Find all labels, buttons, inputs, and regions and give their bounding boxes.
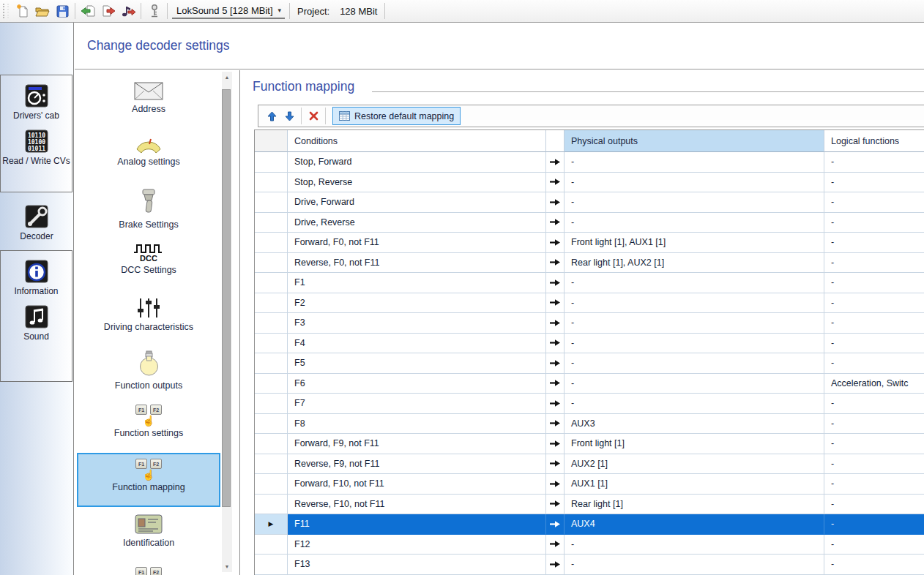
- logical-functions-cell[interactable]: Acceleration, Switc: [824, 374, 924, 394]
- row-selector-cell[interactable]: [255, 535, 288, 555]
- physical-outputs-cell[interactable]: -: [565, 192, 824, 213]
- row-selector-cell[interactable]: [255, 233, 288, 253]
- condition-cell[interactable]: Forward, F0, not F11: [288, 233, 546, 253]
- sound-transfer-button[interactable]: [118, 1, 138, 20]
- row-selector-cell[interactable]: [255, 474, 288, 495]
- logical-functions-cell[interactable]: -: [824, 152, 924, 173]
- condition-cell[interactable]: Forward, F9, not F11: [288, 434, 546, 454]
- table-row[interactable]: F12--: [255, 535, 924, 555]
- physical-outputs-cell[interactable]: AUX3: [565, 414, 824, 435]
- physical-outputs-cell[interactable]: -: [565, 152, 824, 173]
- category-scrollbar[interactable]: ▲ ▼: [222, 72, 232, 572]
- logical-functions-cell[interactable]: -: [824, 233, 924, 253]
- logical-functions-cell[interactable]: -: [824, 173, 924, 193]
- row-selector-cell[interactable]: [255, 192, 288, 213]
- physical-outputs-cell[interactable]: Front light [1]: [565, 434, 824, 454]
- physical-outputs-cell[interactable]: AUX1 [1]: [565, 474, 824, 495]
- physical-outputs-cell[interactable]: -: [565, 374, 824, 394]
- physical-outputs-cell[interactable]: -: [565, 273, 824, 293]
- logical-functions-cell[interactable]: -: [824, 213, 924, 233]
- row-selector-cell[interactable]: [255, 253, 288, 274]
- table-row[interactable]: F6-Acceleration, Switc: [255, 374, 924, 394]
- condition-cell[interactable]: F6: [288, 374, 546, 394]
- condition-cell[interactable]: F12: [288, 535, 546, 555]
- header-logical-functions[interactable]: Logical functions: [824, 130, 924, 152]
- logical-functions-cell[interactable]: -: [824, 192, 924, 213]
- condition-cell[interactable]: F7: [288, 394, 546, 414]
- import-button[interactable]: [78, 1, 98, 20]
- table-row[interactable]: Forward, F10, not F11AUX1 [1]-: [255, 474, 924, 495]
- condition-cell[interactable]: Stop, Forward: [288, 152, 546, 173]
- condition-cell[interactable]: Stop, Reverse: [288, 173, 546, 193]
- sidebar-item-sound[interactable]: Sound: [1, 296, 72, 342]
- table-row[interactable]: Stop, Forward--: [255, 152, 924, 173]
- physical-outputs-cell[interactable]: Front light [1], AUX1 [1]: [565, 233, 824, 253]
- physical-outputs-cell[interactable]: -: [565, 213, 824, 233]
- logical-functions-cell[interactable]: -: [824, 293, 924, 314]
- table-row[interactable]: F13--: [255, 555, 924, 575]
- row-selector-cell[interactable]: [255, 152, 288, 173]
- condition-cell[interactable]: Reverse, F9, not F11: [288, 454, 546, 475]
- row-selector-cell[interactable]: [255, 374, 288, 394]
- category-item-address[interactable]: Address: [77, 74, 220, 128]
- toolbar-grip[interactable]: [3, 4, 9, 18]
- category-item-partial[interactable]: F1F2 ☝: [77, 561, 220, 575]
- logical-functions-cell[interactable]: -: [824, 454, 924, 475]
- logical-functions-cell[interactable]: -: [824, 353, 924, 374]
- condition-cell[interactable]: Drive, Forward: [288, 192, 546, 213]
- table-row[interactable]: F4--: [255, 334, 924, 354]
- condition-cell[interactable]: F8: [288, 414, 546, 435]
- move-up-button[interactable]: [263, 107, 280, 125]
- table-row[interactable]: Drive, Reverse--: [255, 213, 924, 233]
- condition-cell[interactable]: F4: [288, 334, 546, 354]
- physical-outputs-cell[interactable]: -: [565, 334, 824, 354]
- logical-functions-cell[interactable]: -: [824, 313, 924, 334]
- physical-outputs-cell[interactable]: -: [565, 535, 824, 555]
- category-item-dcc-settings[interactable]: DCC DCC Settings: [77, 236, 220, 290]
- category-item-identification[interactable]: Identification: [77, 507, 220, 561]
- save-file-button[interactable]: [52, 1, 72, 20]
- logical-functions-cell[interactable]: -: [824, 495, 924, 515]
- physical-outputs-cell[interactable]: -: [565, 394, 824, 414]
- category-item-function-settings[interactable]: F1F2 ☝ Function settings: [77, 399, 220, 453]
- delete-row-button[interactable]: [305, 107, 322, 125]
- category-item-driving-characteristics[interactable]: Driving characteristics: [77, 290, 220, 345]
- row-selector-cell[interactable]: [255, 454, 288, 475]
- condition-cell[interactable]: F11: [288, 514, 546, 535]
- condition-cell[interactable]: Reverse, F10, not F11: [288, 495, 546, 515]
- logical-functions-cell[interactable]: -: [824, 253, 924, 274]
- header-physical-outputs[interactable]: Physical outputs: [565, 130, 824, 152]
- logical-functions-cell[interactable]: -: [824, 414, 924, 435]
- logical-functions-cell[interactable]: -: [824, 273, 924, 293]
- open-file-button[interactable]: [32, 1, 52, 20]
- category-item-function-outputs[interactable]: Function outputs: [77, 345, 220, 399]
- category-item-function-mapping[interactable]: F1F2 ☝ Function mapping: [77, 453, 220, 507]
- export-button[interactable]: [98, 1, 118, 20]
- row-selector-cell[interactable]: [255, 555, 288, 575]
- row-selector-cell[interactable]: [255, 213, 288, 233]
- row-selector-cell[interactable]: [255, 434, 288, 454]
- table-row[interactable]: F8AUX3-: [255, 414, 924, 435]
- category-item-brake-settings[interactable]: Brake Settings: [77, 182, 220, 236]
- table-row[interactable]: ▶F11AUX4-: [255, 514, 924, 535]
- table-row[interactable]: Reverse, F0, not F11Rear light [1], AUX2…: [255, 253, 924, 274]
- move-down-button[interactable]: [280, 107, 298, 125]
- table-row[interactable]: F3--: [255, 313, 924, 334]
- scrollbar-up-icon[interactable]: ▲: [222, 72, 232, 83]
- condition-cell[interactable]: Reverse, F0, not F11: [288, 253, 546, 274]
- physical-outputs-cell[interactable]: -: [565, 353, 824, 374]
- row-selector-cell[interactable]: [255, 414, 288, 435]
- programmer-button[interactable]: [144, 1, 164, 20]
- logical-functions-cell[interactable]: -: [824, 474, 924, 495]
- condition-cell[interactable]: F2: [288, 293, 546, 314]
- table-row[interactable]: F2--: [255, 293, 924, 314]
- table-row[interactable]: Forward, F9, not F11Front light [1]-: [255, 434, 924, 454]
- table-row[interactable]: F1--: [255, 273, 924, 293]
- logical-functions-cell[interactable]: -: [824, 334, 924, 354]
- new-file-button[interactable]: [12, 1, 32, 20]
- scrollbar-thumb[interactable]: [222, 89, 231, 507]
- category-item-analog-settings[interactable]: Analog settings: [77, 128, 220, 182]
- table-row[interactable]: Forward, F0, not F11Front light [1], AUX…: [255, 233, 924, 253]
- condition-cell[interactable]: F13: [288, 555, 546, 575]
- condition-cell[interactable]: Forward, F10, not F11: [288, 474, 546, 495]
